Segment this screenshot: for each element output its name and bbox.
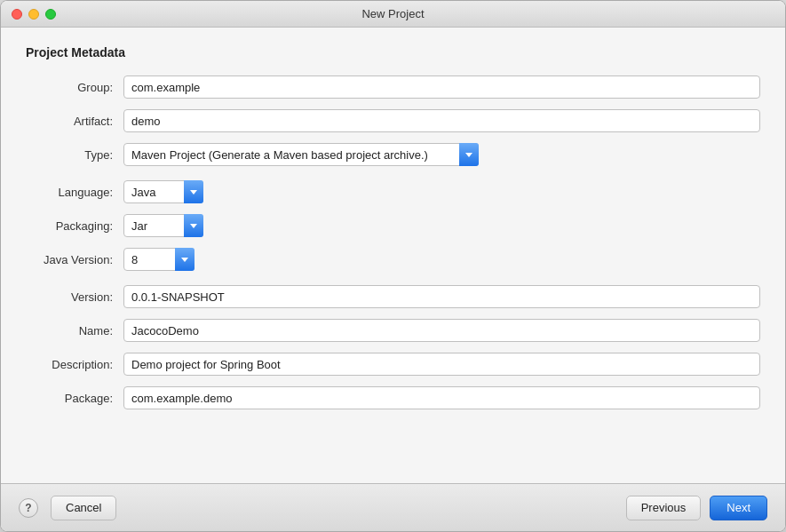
description-label: Description: [26, 358, 123, 371]
description-row: Description: [26, 353, 760, 376]
packaging-label: Packaging: [26, 219, 123, 233]
name-input[interactable] [123, 319, 760, 342]
type-select-wrapper: Maven Project (Generate a Maven based pr… [123, 143, 479, 166]
type-row: Type: Maven Project (Generate a Maven ba… [26, 143, 760, 166]
language-select[interactable]: Java Kotlin Groovy [123, 180, 203, 203]
section-title: Project Metadata [26, 45, 760, 60]
java-version-label: Java Version: [26, 253, 123, 266]
artifact-label: Artifact: [26, 115, 123, 128]
artifact-row: Artifact: [26, 109, 760, 132]
version-row: Version: [26, 285, 760, 308]
java-version-row: Java Version: 8 11 17 [26, 248, 760, 271]
window-controls [12, 9, 56, 20]
java-version-select[interactable]: 8 11 17 [123, 248, 195, 271]
packaging-row: Packaging: Jar War [26, 214, 760, 237]
previous-button[interactable]: Previous [626, 496, 702, 520]
language-row: Language: Java Kotlin Groovy [26, 180, 760, 203]
package-row: Package: [26, 386, 760, 409]
version-label: Version: [26, 290, 123, 304]
footer-right: Previous Next [626, 496, 767, 520]
main-window: New Project Project Metadata Group: Arti… [0, 0, 786, 532]
footer-left: ? Cancel [19, 496, 626, 520]
cancel-button[interactable]: Cancel [51, 496, 116, 520]
artifact-input[interactable] [123, 109, 760, 132]
description-input[interactable] [123, 353, 760, 376]
close-button[interactable] [12, 9, 22, 20]
footer: ? Cancel Previous Next [1, 483, 785, 531]
maximize-button[interactable] [45, 9, 56, 20]
language-label: Language: [26, 186, 123, 199]
type-label: Type: [26, 148, 123, 162]
next-button[interactable]: Next [710, 496, 767, 520]
version-input[interactable] [123, 285, 760, 308]
group-label: Group: [26, 81, 123, 94]
name-label: Name: [26, 324, 123, 337]
group-row: Group: [26, 75, 760, 99]
group-input[interactable] [123, 75, 760, 99]
language-select-wrapper: Java Kotlin Groovy [123, 180, 203, 203]
form-content: Project Metadata Group: Artifact: Type: … [1, 28, 785, 483]
type-select[interactable]: Maven Project (Generate a Maven based pr… [123, 143, 479, 166]
titlebar: New Project [1, 1, 785, 28]
java-version-select-wrapper: 8 11 17 [123, 248, 195, 271]
window-title: New Project [361, 7, 424, 20]
name-row: Name: [26, 319, 760, 342]
help-button[interactable]: ? [19, 498, 38, 518]
packaging-select[interactable]: Jar War [123, 214, 203, 237]
package-label: Package: [26, 392, 123, 405]
minimize-button[interactable] [28, 9, 39, 20]
package-input[interactable] [123, 386, 760, 409]
packaging-select-wrapper: Jar War [123, 214, 203, 237]
